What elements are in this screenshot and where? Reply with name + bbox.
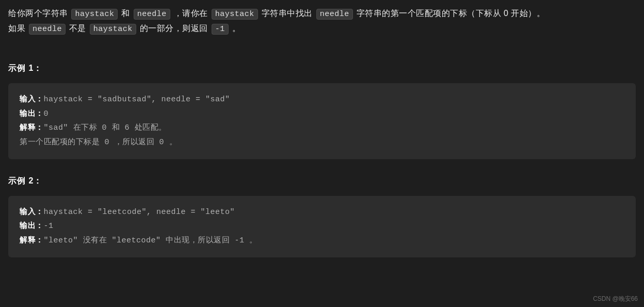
text-segment: ，请你在	[171, 9, 211, 18]
example-2-block: 输入：haystack = "leetcode", needle = "leet…	[8, 196, 636, 257]
inline-code-minus-one: -1	[212, 24, 229, 35]
example-1-title: 示例 1：	[8, 61, 636, 76]
example-2-output: 输出：-1	[20, 219, 624, 234]
explain-label: 解释：	[20, 124, 44, 132]
input-label: 输入：	[20, 95, 44, 104]
example-1-block: 输入：haystack = "sadbutsad", needle = "sad…	[8, 83, 636, 159]
text-segment: 字符串的第一个匹配项的下标（下标从 0 开始）。	[354, 9, 545, 18]
problem-description: 给你两个字符串 haystack 和 needle ，请你在 haystack …	[8, 6, 636, 36]
example-1-explain-line2: 第一个匹配项的下标是 0 ，所以返回 0 。	[20, 135, 624, 150]
text-segment: 不是	[67, 24, 89, 33]
inline-code-needle: needle	[29, 24, 66, 35]
example-2: 示例 2： 输入：haystack = "leetcode", needle =…	[8, 174, 636, 257]
inline-code-haystack: haystack	[90, 24, 136, 35]
output-value: -1	[44, 222, 54, 231]
text-segment: 字符串中找出	[259, 9, 315, 18]
example-2-input: 输入：haystack = "leetcode", needle = "leet…	[20, 205, 624, 220]
inline-code-needle: needle	[316, 9, 353, 20]
text-segment: 。	[230, 24, 240, 33]
text-segment: 如果	[8, 24, 28, 33]
example-1: 示例 1： 输入：haystack = "sadbutsad", needle …	[8, 61, 636, 159]
example-2-explain: 解释："leeto" 没有在 "leetcode" 中出现，所以返回 -1 。	[20, 234, 624, 248]
text-segment: 给你两个字符串	[8, 9, 70, 18]
output-label: 输出：	[20, 222, 44, 231]
example-1-output: 输出：0	[20, 107, 624, 121]
output-label: 输出：	[20, 110, 44, 118]
inline-code-haystack: haystack	[212, 9, 258, 20]
example-1-explain: 解释："sad" 在下标 0 和 6 处匹配。	[20, 121, 624, 135]
input-value: haystack = "sadbutsad", needle = "sad"	[44, 95, 230, 104]
explain-line2: 第一个匹配项的下标是 0 ，所以返回 0 。	[20, 138, 177, 147]
text-segment: 的一部分，则返回	[137, 24, 211, 33]
input-value: haystack = "leetcode", needle = "leeto"	[44, 208, 235, 217]
input-label: 输入：	[20, 208, 44, 217]
inline-code-needle: needle	[134, 9, 170, 20]
example-1-input: 输入：haystack = "sadbutsad", needle = "sad…	[20, 93, 624, 107]
watermark: CSDN @晚安66	[593, 294, 638, 305]
explain-value: "sad" 在下标 0 和 6 处匹配。	[44, 124, 167, 132]
explain-label: 解释：	[20, 236, 44, 245]
example-2-title: 示例 2：	[8, 174, 636, 189]
description-line-2: 如果 needle 不是 haystack 的一部分，则返回 -1 。	[8, 21, 636, 36]
inline-code-haystack: haystack	[71, 9, 118, 20]
description-line-1: 给你两个字符串 haystack 和 needle ，请你在 haystack …	[8, 6, 636, 21]
output-value: 0	[44, 110, 49, 118]
text-segment: 和	[119, 9, 132, 18]
explain-value: "leeto" 没有在 "leetcode" 中出现，所以返回 -1 。	[44, 236, 257, 245]
